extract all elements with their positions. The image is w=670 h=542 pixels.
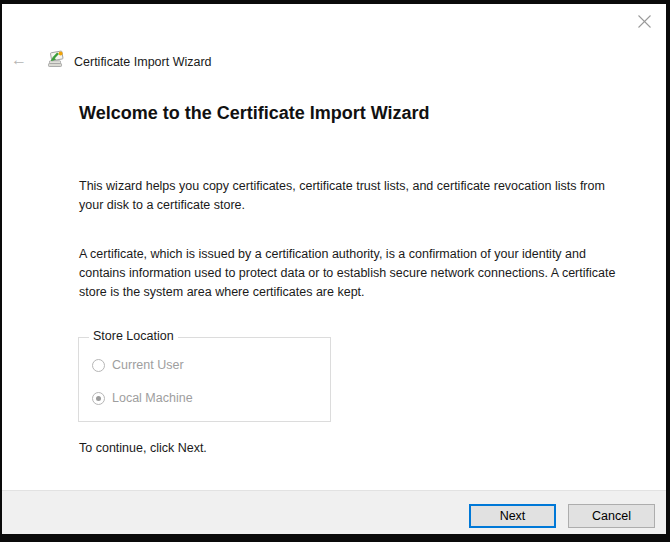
store-location-groupbox: Store Location Current User Local Machin… [78, 337, 331, 422]
radio-button-icon [92, 392, 105, 405]
continue-hint: To continue, click Next. [79, 441, 207, 455]
close-button[interactable] [632, 9, 656, 33]
back-arrow-icon: ← [11, 52, 27, 68]
certificate-import-icon [47, 50, 65, 68]
next-button[interactable]: Next [469, 504, 556, 528]
desktop-background: ← Certificate Import Wizard Welcome to t… [0, 0, 670, 542]
radio-local-machine-label: Local Machine [112, 391, 193, 405]
close-icon [637, 14, 652, 29]
radio-current-user-label: Current User [112, 358, 184, 372]
page-heading: Welcome to the Certificate Import Wizard [79, 103, 639, 124]
radio-local-machine: Local Machine [92, 391, 193, 405]
store-location-label: Store Location [89, 329, 178, 343]
intro-paragraph: This wizard helps you copy certificates,… [79, 177, 627, 215]
certificate-import-wizard-dialog: ← Certificate Import Wizard Welcome to t… [2, 4, 666, 534]
back-button: ← [8, 49, 30, 71]
radio-current-user: Current User [92, 358, 184, 372]
button-bar: Next Cancel [2, 490, 666, 534]
description-paragraph: A certificate, which is issued by a cert… [79, 245, 627, 302]
radio-button-icon [92, 359, 105, 372]
wizard-title: Certificate Import Wizard [74, 55, 212, 69]
cancel-button[interactable]: Cancel [568, 504, 655, 528]
